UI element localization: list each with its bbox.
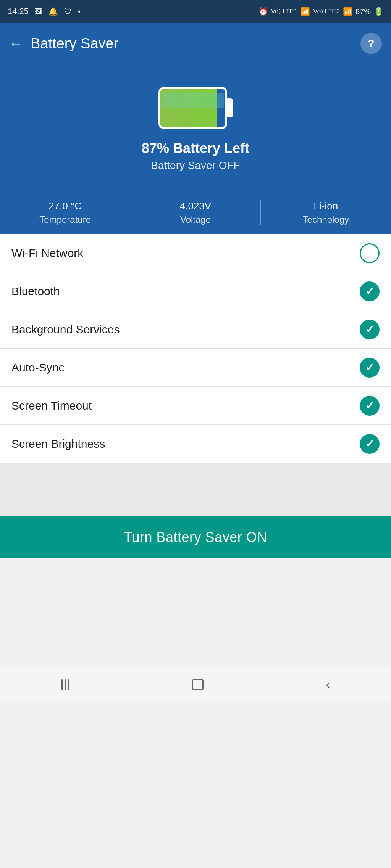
status-bar: 14:25 🖼 🔔 🛡 • ⏰ Vo) LTE1 📶 Vo) LTE2 📶 87…: [0, 0, 391, 23]
page-title: Battery Saver: [31, 35, 118, 52]
battery-body: [158, 87, 227, 129]
shield-icon: 🛡: [64, 7, 72, 16]
recents-button[interactable]: [61, 679, 69, 690]
temperature-value: 27.0 °C: [48, 200, 82, 212]
dot-icon: •: [78, 7, 81, 16]
setting-label: Background Services: [11, 323, 120, 336]
stat-temperature: 27.0 °C Temperature: [0, 191, 130, 234]
stat-voltage: 4.023V Voltage: [130, 191, 260, 234]
help-button[interactable]: ?: [360, 33, 382, 54]
battery-icon-status: 🔋: [374, 7, 383, 16]
navigation-bar: ‹: [0, 665, 391, 703]
setting-item-bluetooth[interactable]: Bluetooth✓: [0, 272, 391, 310]
recents-line-1: [61, 679, 63, 690]
turn-battery-saver-button[interactable]: Turn Battery Saver ON: [0, 516, 391, 558]
battery-icon-wrapper: [158, 87, 233, 129]
setting-checkbox[interactable]: ✓: [360, 396, 380, 416]
setting-checkbox[interactable]: ✓: [360, 281, 380, 301]
setting-label: Screen Brightness: [11, 437, 105, 450]
battery-percentage: 87% Battery Left: [142, 140, 249, 156]
setting-item-screen-brightness[interactable]: Screen Brightness✓: [0, 425, 391, 463]
setting-item-screen-timeout[interactable]: Screen Timeout✓: [0, 387, 391, 425]
battery-status: Battery Saver OFF: [151, 159, 240, 172]
stats-row: 27.0 °C Temperature 4.023V Voltage Li-io…: [0, 191, 391, 234]
voltage-label: Voltage: [180, 214, 211, 225]
temperature-label: Temperature: [39, 214, 91, 225]
setting-checkbox[interactable]: ✓: [360, 358, 380, 378]
status-bar-right: ⏰ Vo) LTE1 📶 Vo) LTE2 📶 87% 🔋: [259, 7, 383, 16]
setting-item-auto-sync[interactable]: Auto-Sync✓: [0, 349, 391, 387]
signal-bars-2: 📶: [343, 7, 352, 16]
battery-percent-status: 87%: [355, 7, 371, 16]
technology-value: Li-ion: [314, 200, 338, 212]
signal-bars-1: 📶: [301, 7, 310, 16]
bottom-spacer2: [0, 558, 391, 665]
battery-top-fill: [162, 93, 224, 108]
technology-label: Technology: [303, 214, 349, 225]
home-icon: [192, 679, 204, 690]
setting-checkbox[interactable]: [360, 243, 380, 263]
setting-label: Wi-Fi Network: [11, 247, 83, 260]
stat-technology: Li-ion Technology: [261, 191, 391, 234]
checkmark-icon: ✓: [365, 324, 374, 335]
setting-checkbox[interactable]: ✓: [360, 434, 380, 454]
home-button[interactable]: [192, 679, 204, 690]
signal-text-2: Vo) LTE2: [313, 8, 340, 15]
setting-checkbox[interactable]: ✓: [360, 320, 380, 339]
alarm-icon: ⏰: [259, 7, 268, 16]
status-bar-left: 14:25 🖼 🔔 🛡 •: [8, 6, 81, 16]
help-icon: ?: [368, 37, 374, 50]
signal-text: Vo) LTE1: [271, 8, 298, 15]
time-display: 14:25: [8, 6, 29, 16]
app-header: ← Battery Saver ?: [0, 23, 391, 64]
back-button[interactable]: ←: [9, 35, 23, 51]
recents-line-3: [68, 679, 69, 690]
recents-icon: [61, 679, 69, 690]
notification-icon: 🔔: [48, 7, 58, 16]
checkmark-icon: ✓: [365, 362, 374, 373]
checkmark-icon: ✓: [365, 400, 374, 411]
settings-list: Wi-Fi NetworkBluetooth✓Background Servic…: [0, 234, 391, 463]
setting-label: Bluetooth: [11, 285, 60, 298]
header-left: ← Battery Saver: [9, 35, 118, 52]
setting-label: Auto-Sync: [11, 361, 64, 374]
checkmark-icon: ✓: [365, 439, 374, 449]
back-nav-icon: ‹: [326, 678, 330, 691]
voltage-value: 4.023V: [180, 200, 211, 212]
setting-item-wi-fi-network[interactable]: Wi-Fi Network: [0, 234, 391, 272]
recents-line-2: [65, 679, 66, 690]
battery-section: 87% Battery Left Battery Saver OFF: [0, 64, 391, 191]
back-nav-button[interactable]: ‹: [326, 678, 330, 691]
setting-label: Screen Timeout: [11, 399, 92, 412]
setting-item-background-services[interactable]: Background Services✓: [0, 310, 391, 349]
bottom-spacer: [0, 463, 391, 516]
image-icon: 🖼: [35, 7, 42, 16]
checkmark-icon: ✓: [365, 286, 374, 297]
